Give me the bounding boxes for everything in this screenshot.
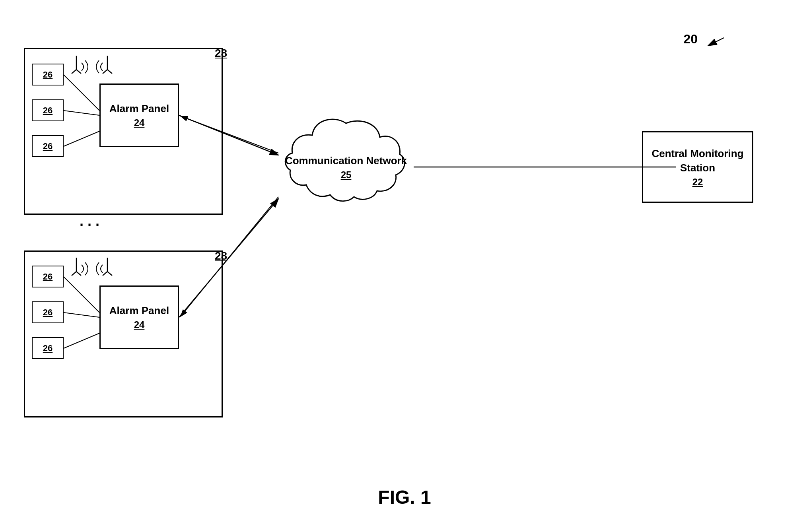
- ref-20: 20: [683, 32, 698, 47]
- svg-line-2: [708, 38, 724, 46]
- alarm-panel-top-title: Alarm Panel: [109, 102, 169, 116]
- network-text: Communication Network 25: [285, 153, 407, 181]
- sensor-top-1: 26: [32, 64, 64, 85]
- diagram-container: 20 28 26 26 26 Alarm Panel 24 · · · 28 2…: [0, 0, 809, 532]
- sensor-top-2: 26: [32, 99, 64, 121]
- ref-28-bottom: 28: [215, 250, 227, 262]
- alarm-panel-top-ref: 24: [134, 117, 145, 128]
- alarm-panel-bottom: Alarm Panel 24: [99, 285, 179, 349]
- figure-label: FIG. 1: [378, 486, 431, 508]
- network-ref: 25: [285, 169, 407, 181]
- alarm-panel-top: Alarm Panel 24: [99, 83, 179, 147]
- sensor-bot-2: 26: [32, 301, 64, 323]
- sensor-bot-3: 26: [32, 337, 64, 359]
- cms-title: Central MonitoringStation: [651, 146, 743, 175]
- cms-box: Central MonitoringStation 22: [642, 131, 753, 203]
- sensor-bot-1: 26: [32, 266, 64, 287]
- cloud-container: Communication Network 25: [278, 111, 414, 223]
- alarm-panel-bottom-title: Alarm Panel: [109, 304, 169, 318]
- alarm-panel-bottom-ref: 24: [134, 319, 145, 330]
- dots-separator: · · ·: [80, 217, 99, 233]
- network-title: Communication Network: [285, 153, 407, 168]
- ref-28-top: 28: [215, 47, 227, 60]
- sensor-top-3: 26: [32, 135, 64, 157]
- cms-ref: 22: [692, 177, 703, 188]
